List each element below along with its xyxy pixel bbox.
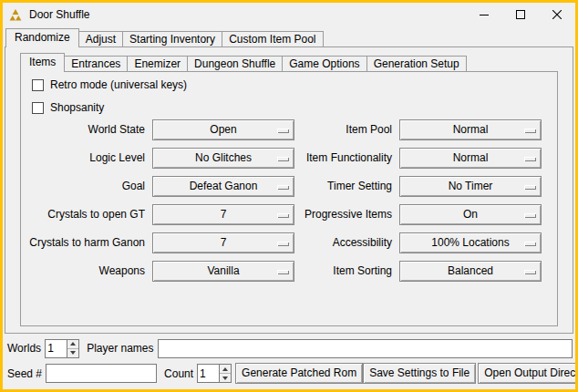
tab-enemizer[interactable]: Enemizer — [127, 56, 188, 72]
worlds-spin-down-button[interactable] — [67, 348, 78, 357]
worlds-spinbox — [45, 339, 79, 358]
crystals-ganon-label: Crystals to harm Ganon — [27, 232, 152, 253]
maximize-button[interactable] — [502, 3, 539, 26]
player-names-label: Player names — [87, 342, 153, 355]
logic-level-label: Logic Level — [27, 148, 152, 169]
checkbox-retro-mode[interactable]: Retro mode (universal keys) — [32, 78, 187, 91]
outer-tab-bar: Randomize Adjust Starting Inventory Cust… — [5, 28, 324, 47]
tab-starting-inventory[interactable]: Starting Inventory — [122, 31, 222, 47]
worlds-input[interactable] — [46, 340, 67, 357]
dropdown-indicator-icon — [524, 242, 536, 246]
dropdown-indicator-icon — [524, 270, 536, 274]
option-row: Crystals to open GT 7 Progressive Items … — [27, 204, 542, 225]
dropdown-indicator-icon — [277, 185, 289, 190]
item-pool-label: Item Pool — [294, 119, 399, 140]
window-title: Door Shuffle — [29, 8, 90, 21]
count-spin-down-button[interactable] — [220, 373, 231, 382]
window-controls — [466, 3, 575, 26]
item-sorting-dropdown[interactable]: Balanced — [399, 261, 542, 282]
seed-label: Seed # — [7, 367, 42, 380]
option-row: Crystals to harm Ganon 7 Accessibility 1… — [27, 232, 542, 253]
item-pool-dropdown[interactable]: Normal — [399, 119, 542, 140]
option-row: Weapons Vanilla Item Sorting Balanced — [27, 261, 542, 282]
spin-up-icon — [70, 342, 76, 346]
logic-level-dropdown[interactable]: No Glitches — [152, 148, 294, 169]
crystals-gt-dropdown[interactable]: 7 — [152, 204, 294, 225]
close-button[interactable] — [539, 3, 575, 26]
dropdown-value: Normal — [453, 151, 489, 164]
checkbox-label: Shopsanity — [50, 101, 104, 114]
count-input[interactable] — [198, 365, 219, 382]
tab-items[interactable]: Items — [20, 53, 65, 72]
option-row: World State Open Item Pool Normal — [27, 119, 542, 140]
dropdown-value: 7 — [221, 236, 227, 249]
world-state-dropdown[interactable]: Open — [152, 119, 294, 140]
dropdown-indicator-icon — [277, 157, 289, 161]
dropdown-indicator-icon — [277, 213, 289, 218]
count-spin-up-button[interactable] — [220, 365, 231, 373]
dropdown-indicator-icon — [524, 213, 536, 218]
spin-buttons — [219, 365, 231, 382]
option-row: Goal Defeat Ganon Timer Setting No Timer — [27, 176, 542, 197]
tab-randomize[interactable]: Randomize — [5, 28, 79, 47]
worlds-label: Worlds — [7, 342, 41, 355]
minimize-icon — [480, 10, 489, 19]
titlebar[interactable]: Door Shuffle — [3, 3, 575, 26]
accessibility-label: Accessibility — [294, 232, 399, 253]
world-state-label: World State — [27, 119, 152, 140]
item-functionality-label: Item Functionality — [294, 148, 399, 169]
seed-row: Seed # Count Generate Patched Rom Save S… — [7, 363, 573, 384]
count-spinbox — [197, 364, 232, 383]
item-functionality-dropdown[interactable]: Normal — [399, 148, 542, 169]
checkbox-box[interactable] — [32, 102, 44, 114]
worlds-spin-up-button[interactable] — [67, 340, 78, 348]
accessibility-dropdown[interactable]: 100% Locations — [399, 232, 542, 253]
player-names-input[interactable] — [158, 339, 573, 358]
option-row: Logic Level No Glitches Item Functionali… — [27, 148, 542, 169]
open-output-button[interactable]: Open Output Directory — [478, 363, 578, 384]
spin-down-icon — [222, 377, 228, 380]
weapons-label: Weapons — [27, 261, 152, 282]
tab-dungeon-shuffle[interactable]: Dungeon Shuffle — [187, 56, 283, 72]
save-settings-button[interactable]: Save Settings to File — [363, 363, 476, 384]
dropdown-value: On — [463, 208, 478, 221]
dropdown-value: Vanilla — [207, 264, 239, 277]
tab-game-options[interactable]: Game Options — [282, 56, 366, 72]
timer-setting-dropdown[interactable]: No Timer — [399, 176, 542, 197]
progressive-items-dropdown[interactable]: On — [399, 204, 542, 225]
generate-button[interactable]: Generate Patched Rom — [235, 363, 363, 384]
dropdown-value: 7 — [221, 208, 227, 221]
tab-generation-setup[interactable]: Generation Setup — [366, 56, 467, 72]
options-grid: World State Open Item Pool Normal Logic … — [27, 119, 542, 289]
dropdown-indicator-icon — [524, 157, 536, 161]
dropdown-value: Normal — [453, 123, 489, 136]
inner-tab-bar: Items Entrances Enemizer Dungeon Shuffle… — [20, 53, 467, 72]
seed-input[interactable] — [46, 364, 157, 383]
worlds-row: Worlds Player names — [7, 338, 573, 358]
dropdown-value: No Timer — [449, 180, 493, 192]
minimize-button[interactable] — [466, 3, 502, 26]
checkbox-shopsanity[interactable]: Shopsanity — [32, 101, 104, 114]
tab-custom-item-pool[interactable]: Custom Item Pool — [222, 31, 323, 47]
dropdown-value: Open — [210, 123, 236, 136]
spin-up-icon — [222, 367, 228, 371]
app-icon — [8, 7, 23, 22]
dropdown-value: No Glitches — [195, 151, 252, 164]
weapons-dropdown[interactable]: Vanilla — [152, 261, 294, 282]
checkbox-label: Retro mode (universal keys) — [50, 78, 187, 91]
spin-down-icon — [70, 351, 76, 355]
dropdown-indicator-icon — [524, 185, 536, 190]
dropdown-value: Defeat Ganon — [190, 180, 258, 192]
tab-entrances[interactable]: Entrances — [64, 56, 128, 72]
progressive-items-label: Progressive Items — [294, 204, 399, 225]
checkbox-box[interactable] — [32, 79, 44, 91]
tab-adjust[interactable]: Adjust — [78, 31, 123, 47]
dropdown-value: Balanced — [448, 264, 493, 277]
close-icon — [552, 10, 562, 19]
goal-dropdown[interactable]: Defeat Ganon — [152, 176, 294, 197]
crystals-ganon-dropdown[interactable]: 7 — [152, 232, 294, 253]
dropdown-value: 100% Locations — [431, 236, 509, 249]
dropdown-indicator-icon — [524, 129, 536, 133]
dropdown-indicator-icon — [277, 242, 289, 246]
crystals-gt-label: Crystals to open GT — [27, 204, 152, 225]
